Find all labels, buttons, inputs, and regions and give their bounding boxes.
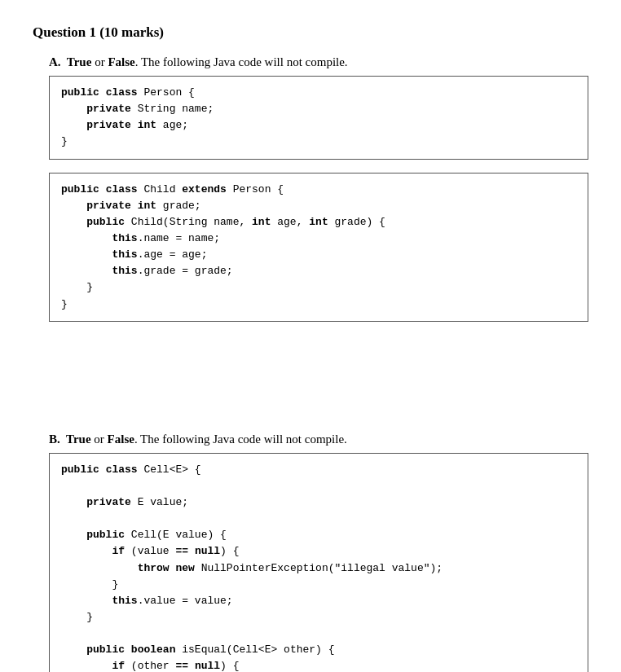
kw-class2: class xyxy=(106,183,138,195)
kw-null2: null xyxy=(195,660,220,672)
kw-private: private xyxy=(86,103,131,115)
section-b-text: . The following Java code will not compi… xyxy=(134,433,347,446)
kw-throw: throw xyxy=(138,562,170,574)
section-b: B. True or False. The following Java cod… xyxy=(49,433,588,672)
kw-new1: new xyxy=(175,562,194,574)
section-b-false: False xyxy=(108,433,134,446)
section-a-false: False xyxy=(108,55,134,68)
section-b-question: B. True or False. The following Java cod… xyxy=(49,433,588,446)
section-a-question: A. True or False. The following Java cod… xyxy=(49,55,588,69)
kw-int2: int xyxy=(138,200,156,212)
section-b-or: or xyxy=(91,433,108,446)
kw-public4: public xyxy=(61,463,99,476)
section-a-label: A. xyxy=(49,55,67,68)
kw-if2: if xyxy=(112,660,125,672)
code-block-person: public class Person { private String nam… xyxy=(49,76,588,160)
kw-class3: class xyxy=(106,463,138,476)
kw-public5: public xyxy=(86,529,125,541)
question-title: Question 1 (10 marks) xyxy=(33,24,588,41)
kw-int: int xyxy=(138,119,156,131)
kw-private2: private xyxy=(86,119,131,131)
section-b-true: True xyxy=(66,433,91,446)
section-a: A. True or False. The following Java cod… xyxy=(49,55,588,322)
kw-this1: this xyxy=(112,232,137,244)
kw-class: class xyxy=(106,86,138,99)
kw-boolean: boolean xyxy=(131,643,176,656)
section-a-or: or xyxy=(91,55,108,68)
kw-int3: int xyxy=(252,216,271,228)
kw-this3: this xyxy=(112,265,137,277)
kw-private3: private xyxy=(86,200,131,212)
kw-public3: public xyxy=(86,216,125,228)
section-a-text: . The following Java code will not compi… xyxy=(135,55,348,68)
section-b-label: B. xyxy=(49,433,66,446)
kw-if1: if xyxy=(112,545,125,557)
kw-public: public xyxy=(61,86,99,99)
kw-extends: extends xyxy=(182,183,227,195)
kw-this4: this xyxy=(112,595,137,607)
kw-null1: null xyxy=(195,545,220,557)
kw-this2: this xyxy=(112,248,137,261)
section-a-true: True xyxy=(67,55,92,68)
spacer xyxy=(33,335,588,408)
kw-eq2: == xyxy=(175,660,188,672)
kw-public6: public xyxy=(86,643,125,656)
kw-eq1: == xyxy=(175,545,188,557)
kw-private4: private xyxy=(86,496,131,508)
kw-public2: public xyxy=(61,183,99,195)
code-block-child: public class Child extends Person { priv… xyxy=(49,173,588,322)
code-block-cell: public class Cell<E> { private E value; … xyxy=(49,453,588,672)
kw-int4: int xyxy=(309,216,328,228)
